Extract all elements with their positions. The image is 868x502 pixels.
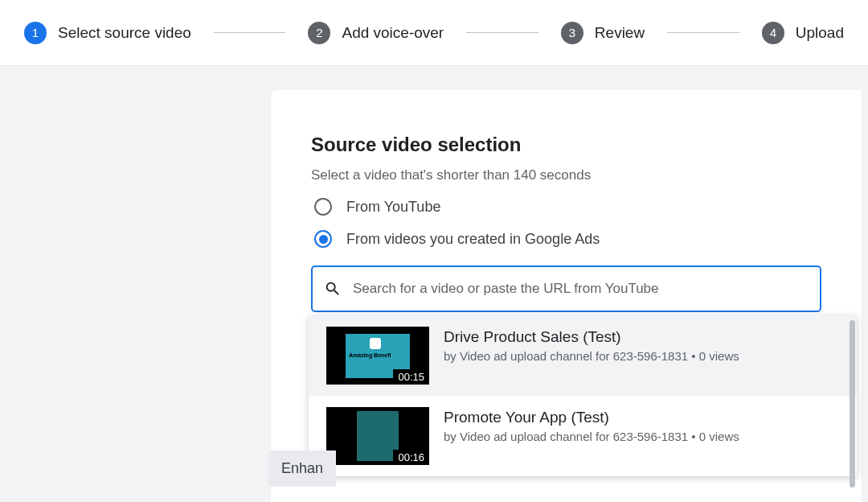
step-4-circle: 4 <box>762 22 784 44</box>
step-2[interactable]: 2 Add voice-over <box>308 22 444 44</box>
radio-checked-icon <box>314 230 332 248</box>
video-thumbnail: Amazing Benefi 00:15 <box>326 327 429 385</box>
step-1[interactable]: 1 Select source video <box>24 22 191 44</box>
scrollbar[interactable] <box>850 320 855 488</box>
page-canvas: Source video selection Select a video th… <box>0 66 868 502</box>
video-result-item[interactable]: Amazing Benefi 00:15 Drive Product Sales… <box>309 315 857 396</box>
video-title: Drive Product Sales (Test) <box>444 328 839 346</box>
video-info: Drive Product Sales (Test) by Video ad u… <box>444 327 839 363</box>
step-connector <box>667 32 739 33</box>
video-search-box[interactable] <box>311 265 821 312</box>
radio-youtube-label: From YouTube <box>346 199 440 216</box>
search-icon <box>324 280 342 298</box>
video-thumbnail: 00:16 <box>326 407 429 465</box>
card-title: Source video selection <box>311 134 821 156</box>
radio-google-ads-label: From videos you created in Google Ads <box>346 231 600 248</box>
step-3-label: Review <box>595 24 645 42</box>
step-4[interactable]: 4 Upload <box>762 22 844 44</box>
step-4-label: Upload <box>796 24 844 42</box>
video-results-dropdown: Amazing Benefi 00:15 Drive Product Sales… <box>309 315 857 476</box>
radio-unchecked-icon <box>314 198 332 216</box>
card-subtitle: Select a video that's shorter than 140 s… <box>311 167 821 183</box>
enhance-button[interactable]: Enhan <box>268 451 336 487</box>
video-duration-badge: 00:16 <box>393 450 429 465</box>
radio-from-youtube[interactable]: From YouTube <box>311 198 821 216</box>
step-connector <box>214 32 286 33</box>
video-meta: by Video ad upload channel for 623-596-1… <box>444 349 839 363</box>
video-info: Promote Your App (Test) by Video ad uplo… <box>444 407 839 443</box>
step-connector <box>466 32 538 33</box>
source-radio-group: From YouTube From videos you created in … <box>311 198 821 248</box>
video-duration-badge: 00:15 <box>393 369 429 385</box>
step-2-label: Add voice-over <box>342 24 444 42</box>
video-result-item[interactable]: 00:16 Promote Your App (Test) by Video a… <box>309 396 857 476</box>
video-meta: by Video ad upload channel for 623-596-1… <box>444 430 839 443</box>
stepper-bar: 1 Select source video 2 Add voice-over 3… <box>0 0 868 66</box>
step-3[interactable]: 3 Review <box>561 22 645 44</box>
source-video-card: Source video selection Select a video th… <box>271 90 862 502</box>
step-1-label: Select source video <box>58 24 191 42</box>
video-title: Promote Your App (Test) <box>444 409 839 426</box>
step-2-circle: 2 <box>308 22 330 44</box>
step-3-circle: 3 <box>561 22 583 44</box>
radio-from-google-ads[interactable]: From videos you created in Google Ads <box>311 230 821 248</box>
step-1-circle: 1 <box>24 22 47 44</box>
video-search-input[interactable] <box>353 281 809 297</box>
